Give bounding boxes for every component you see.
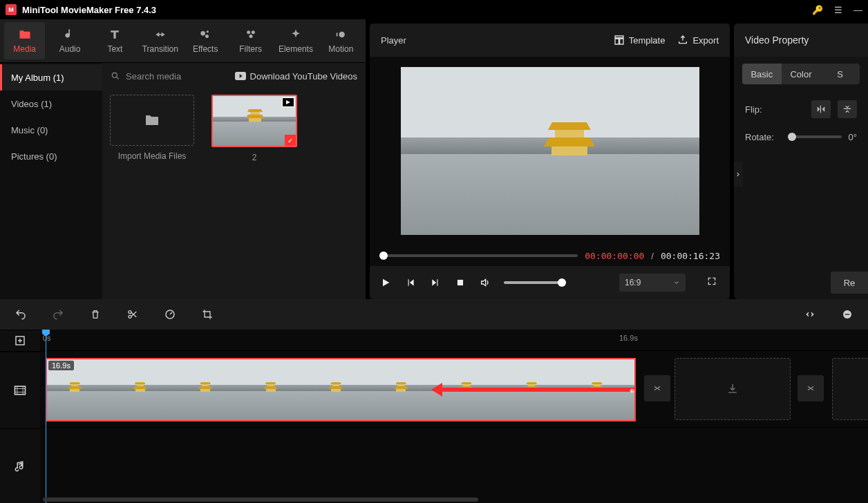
aspect-ratio-select[interactable]: 16:9 — [619, 274, 686, 292]
motion-icon — [334, 28, 348, 41]
redo-button[interactable] — [51, 307, 65, 321]
fit-timeline-icon[interactable] — [803, 307, 817, 321]
svg-rect-16 — [15, 386, 26, 395]
timeline-scrollbar[interactable] — [43, 497, 478, 502]
added-check-icon: ✓ — [285, 135, 296, 146]
main-tabs: Media Audio Text Transition Effects Filt… — [0, 19, 366, 63]
flip-horizontal-button[interactable] — [811, 100, 831, 118]
sidecat-videos[interactable]: Videos (1) — [0, 91, 102, 117]
tab-filters[interactable]: Filters — [230, 22, 271, 59]
video-preview[interactable] — [370, 57, 730, 245]
library-panel: Media Audio Text Transition Effects Filt… — [0, 19, 366, 299]
export-button[interactable]: Export — [677, 35, 719, 46]
svg-point-10 — [129, 311, 131, 314]
video-track[interactable]: 16.9s ⇔ — [40, 351, 868, 428]
transition-slot-button[interactable] — [644, 375, 670, 401]
timeline-panel: 0s 16.9s 16.9s — [0, 299, 868, 503]
player-title: Player — [381, 35, 601, 46]
drop-zone-2[interactable] — [832, 358, 868, 420]
tab-motion[interactable]: Motion — [321, 22, 361, 59]
transition-slot-button-2[interactable] — [798, 375, 824, 401]
side-categories: My Album (1) Videos (1) Music (0) Pictur… — [0, 63, 102, 299]
app-title: MiniTool MovieMaker Free 7.4.3 — [22, 5, 812, 15]
svg-rect-9 — [457, 280, 463, 285]
prop-tab-speed[interactable]: S — [820, 64, 860, 84]
zoom-out-button[interactable] — [840, 307, 854, 321]
clip-trim-handle[interactable]: ⇔ — [628, 385, 636, 395]
minimize-icon[interactable]: — — [853, 5, 862, 15]
svg-point-5 — [249, 35, 252, 38]
youtube-icon — [235, 72, 246, 80]
app-logo-icon: M — [6, 4, 17, 15]
export-icon — [677, 35, 688, 46]
prop-tab-color[interactable]: Color — [782, 64, 821, 84]
sidecat-pictures[interactable]: Pictures (0) — [0, 143, 102, 169]
tab-transition[interactable]: Transition — [140, 22, 180, 59]
flip-label: Flip: — [745, 104, 781, 115]
svg-point-7 — [112, 73, 117, 77]
tab-text[interactable]: Text — [95, 22, 135, 59]
tab-audio[interactable]: Audio — [49, 22, 90, 59]
svg-point-2 — [207, 30, 209, 32]
timeline-ruler[interactable]: 0s 16.9s — [40, 330, 868, 351]
svg-point-0 — [201, 31, 206, 36]
upgrade-key-icon[interactable]: 🔑 — [812, 5, 823, 15]
collapse-handle[interactable]: › — [734, 162, 743, 187]
player-panel: Player Template Export 00:00:00:00 / 00:… — [366, 23, 734, 299]
sparkle-bubbles-icon — [198, 28, 212, 41]
folder-icon — [18, 28, 32, 41]
filters-dots-icon — [244, 28, 258, 41]
title-bar: M MiniTool MovieMaker Free 7.4.3 🔑 ☰ — — [0, 0, 868, 19]
volume-slider[interactable] — [504, 281, 566, 284]
media-thumbnail[interactable]: ✓ — [211, 95, 297, 147]
svg-point-4 — [251, 30, 254, 34]
drop-zone[interactable] — [674, 358, 791, 420]
prev-frame-button[interactable] — [404, 276, 417, 289]
rotate-slider[interactable] — [788, 135, 842, 138]
menu-icon[interactable]: ☰ — [834, 5, 842, 15]
volume-icon[interactable] — [479, 276, 491, 289]
next-frame-button[interactable] — [429, 276, 442, 289]
svg-point-1 — [205, 35, 209, 38]
tab-effects[interactable]: Effects — [185, 22, 226, 59]
sparkle-icon — [289, 28, 303, 41]
flip-vertical-button[interactable] — [838, 100, 857, 118]
prop-tab-basic[interactable]: Basic — [742, 64, 782, 84]
trim-arrow-annotation — [434, 388, 636, 392]
template-button[interactable]: Template — [614, 35, 666, 46]
split-button[interactable] — [126, 307, 140, 321]
search-icon — [111, 71, 120, 81]
delete-button[interactable] — [88, 307, 102, 321]
sidecat-myalbum[interactable]: My Album (1) — [0, 64, 102, 91]
search-input[interactable]: Search media — [126, 71, 229, 82]
reset-button[interactable]: Re — [831, 272, 868, 294]
svg-point-11 — [129, 315, 131, 318]
property-title: Video Property — [734, 23, 868, 57]
video-badge-icon — [282, 97, 294, 107]
folder-plus-icon — [144, 112, 160, 129]
import-media-button[interactable] — [110, 95, 194, 146]
video-track-icon[interactable] — [0, 352, 40, 428]
stop-button[interactable] — [454, 276, 466, 289]
import-media-label: Import Media Files — [118, 151, 187, 161]
crop-button[interactable] — [200, 307, 214, 321]
undo-button[interactable] — [14, 307, 28, 321]
svg-point-3 — [247, 30, 250, 34]
play-button[interactable] — [379, 276, 392, 289]
text-icon — [108, 28, 122, 41]
transition-icon — [153, 28, 167, 41]
download-youtube-link[interactable]: Download YouTube Videos — [235, 71, 357, 82]
media-thumb-label: 2 — [252, 153, 257, 162]
tab-media[interactable]: Media — [4, 22, 45, 59]
sidecat-music[interactable]: Music (0) — [0, 117, 102, 143]
add-track-button[interactable] — [0, 330, 40, 352]
clip-duration-badge: 16.9s — [48, 361, 74, 370]
video-clip[interactable]: 16.9s ⇔ — [46, 358, 636, 421]
speed-button[interactable] — [163, 307, 177, 321]
rotate-value: 0° — [849, 132, 857, 142]
scrub-slider[interactable] — [379, 254, 578, 257]
audio-track-icon[interactable] — [0, 428, 40, 503]
fullscreen-button[interactable] — [706, 276, 720, 290]
tab-elements[interactable]: Elements — [275, 22, 316, 59]
playhead[interactable] — [46, 330, 46, 503]
